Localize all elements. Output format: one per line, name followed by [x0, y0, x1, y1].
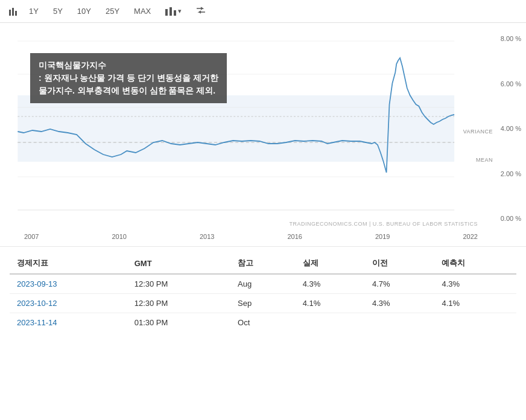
y-label-2: 2.00 % [501, 170, 521, 177]
col-header-ref: 참고 [230, 253, 296, 274]
forecast-cell: 4.3% [434, 274, 516, 294]
gmt-cell: 01:30 PM [127, 313, 230, 332]
col-header-actual: 실제 [296, 253, 365, 274]
chart-title-line1: 미국핵심물가지수 [39, 59, 218, 72]
x-label-2013: 2013 [200, 233, 214, 240]
ref-cell: Aug [230, 274, 296, 294]
col-header-gmt: GMT [127, 253, 230, 274]
col-header-forecast: 예측치 [434, 253, 516, 274]
period-max-button[interactable]: MAX [129, 5, 156, 18]
chart-title-line3: 물가지수. 외부충격에 변동이 심한 품목은 제외. [39, 84, 218, 97]
period-1y-button[interactable]: 1Y [24, 5, 43, 18]
source-label: TRADINGECONOMICS.COM | U.S. BUREAU OF LA… [289, 221, 478, 227]
svg-rect-5 [174, 10, 176, 16]
previous-cell: 4.7% [365, 274, 434, 294]
period-10y-button[interactable]: 10Y [72, 5, 96, 18]
date-cell: 2023-09-13 [10, 274, 127, 294]
chart-tooltip: 미국핵심물가지수 : 원자재나 농산물 가격 등 단기 변동성을 제거한 물가지… [30, 53, 227, 103]
previous-cell [365, 313, 434, 332]
svg-rect-1 [12, 8, 14, 16]
table-header-row: 경제지표 GMT 참고 실제 이전 예측치 [10, 253, 516, 274]
x-label-2019: 2019 [375, 233, 390, 240]
col-header-indicator: 경제지표 [10, 253, 127, 274]
gmt-cell: 12:30 PM [127, 274, 230, 294]
table-row: 2023-09-1312:30 PMAug4.3%4.7%4.3% [10, 274, 516, 294]
y-label-4: 4.00 % [501, 125, 521, 132]
data-table-section: 경제지표 GMT 참고 실제 이전 예측치 2023-09-1312:30 PM… [0, 246, 526, 338]
y-label-8: 8.00 % [501, 35, 521, 42]
variance-label: VARIANCE [463, 129, 493, 135]
forecast-cell: 4.1% [434, 294, 516, 313]
actual-cell: 4.3% [296, 274, 365, 294]
date-cell: 2023-11-14 [10, 313, 127, 332]
period-25y-button[interactable]: 25Y [101, 5, 124, 18]
x-label-2007: 2007 [24, 233, 39, 240]
ref-cell: Sep [230, 294, 296, 313]
data-table: 경제지표 GMT 참고 실제 이전 예측치 2023-09-1312:30 PM… [10, 253, 516, 332]
svg-rect-4 [170, 7, 172, 16]
svg-rect-2 [15, 11, 17, 16]
x-label-2022: 2022 [463, 233, 478, 240]
chart-title-line2: : 원자재나 농산물 가격 등 단기 변동성을 제거한 [39, 72, 218, 84]
date-cell: 2023-10-12 [10, 294, 127, 313]
toolbar: 1Y 5Y 10Y 25Y MAX ▾ [0, 0, 526, 23]
y-axis: 8.00 % 6.00 % 4.00 % 2.00 % 0.00 % [501, 35, 521, 222]
y-label-0: 0.00 % [501, 215, 521, 222]
chart-type-button[interactable]: ▾ [160, 5, 186, 18]
chart-icon[interactable] [7, 5, 19, 18]
forecast-cell [434, 313, 516, 332]
x-label-2010: 2010 [112, 233, 127, 240]
previous-cell: 4.3% [365, 294, 434, 313]
col-header-previous: 이전 [365, 253, 434, 274]
x-label-2016: 2016 [288, 233, 302, 240]
x-axis: 2007 2010 2013 2016 2019 2022 [24, 233, 478, 240]
mean-label: MEAN [476, 157, 493, 163]
table-row: 2023-10-1212:30 PMSep4.1%4.3%4.1% [10, 294, 516, 313]
y-label-6: 6.00 % [501, 80, 521, 88]
svg-rect-3 [165, 9, 168, 16]
svg-rect-0 [9, 10, 11, 16]
actual-cell: 4.1% [296, 294, 365, 313]
ref-cell: Oct [230, 313, 296, 332]
period-5y-button[interactable]: 5Y [48, 5, 68, 18]
shuffle-button[interactable] [191, 5, 211, 18]
chart-container: 미국핵심물가지수 : 원자재나 농산물 가격 등 단기 변동성을 제거한 물가지… [0, 23, 526, 246]
table-row: 2023-11-1401:30 PMOct [10, 313, 516, 332]
gmt-cell: 12:30 PM [127, 294, 230, 313]
actual-cell [296, 313, 365, 332]
